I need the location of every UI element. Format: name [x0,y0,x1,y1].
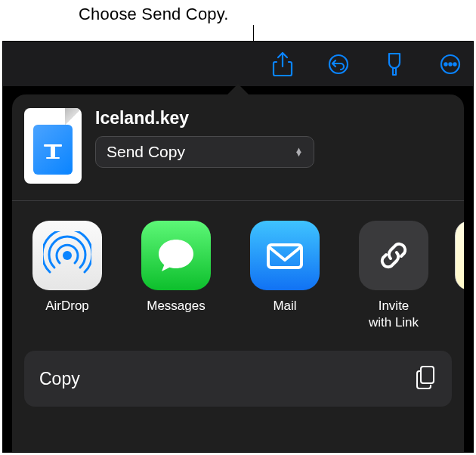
share-sheet: Iceland.key Send Copy ▲▼ [12,94,464,452]
mail-icon [250,221,320,290]
copy-icon [414,364,437,393]
svg-point-8 [63,251,72,260]
airdrop-icon [32,221,102,290]
share-grid: AirDrop Messages Mail [12,201,464,346]
send-mode-select[interactable]: Send Copy ▲▼ [95,136,314,168]
share-invite-label: Invite with Link [369,298,419,331]
svg-rect-10 [421,367,434,383]
share-mail-label: Mail [273,298,296,314]
share-more-peek[interactable] [455,221,464,331]
action-copy-label: Copy [39,369,80,389]
link-icon [359,221,428,290]
notes-icon-peek [455,221,464,290]
document-meta: Iceland.key Send Copy ▲▼ [95,108,452,168]
action-copy[interactable]: Copy [24,351,452,407]
document-filename: Iceland.key [95,108,452,128]
svg-rect-7 [46,157,60,159]
sheet-header: Iceland.key Send Copy ▲▼ [12,94,464,200]
more-icon[interactable] [437,51,464,78]
callout-text: Choose Send Copy. [79,5,229,24]
svg-rect-9 [268,245,301,268]
brush-icon[interactable] [381,51,408,78]
svg-rect-6 [51,147,55,157]
toolbar [3,42,473,87]
document-thumbnail [24,108,82,184]
share-icon[interactable] [269,51,296,78]
svg-point-3 [449,63,451,65]
device-frame: Iceland.key Send Copy ▲▼ [2,41,474,453]
share-airdrop[interactable]: AirDrop [26,221,109,331]
share-mail[interactable]: Mail [243,221,326,331]
share-messages-label: Messages [147,298,205,314]
messages-icon [141,221,211,290]
share-messages[interactable]: Messages [134,221,218,331]
chevron-up-down-icon: ▲▼ [295,148,303,156]
send-mode-label: Send Copy [107,143,185,161]
undo-icon[interactable] [325,51,352,78]
share-actions: Copy [12,346,464,422]
svg-point-2 [444,63,447,65]
svg-rect-5 [44,144,62,147]
share-airdrop-label: AirDrop [45,298,89,314]
share-invite-with-link[interactable]: Invite with Link [352,221,435,331]
svg-point-4 [453,63,456,65]
